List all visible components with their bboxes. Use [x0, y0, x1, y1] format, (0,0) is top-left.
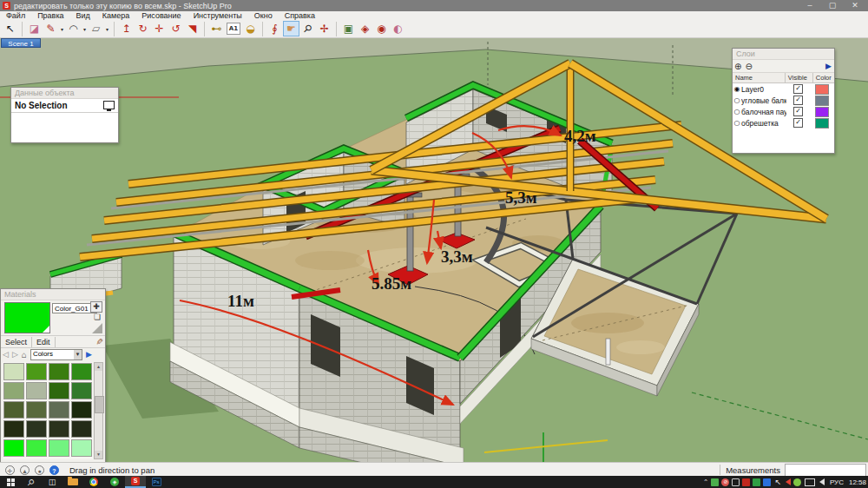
- color-swatch[interactable]: [49, 439, 69, 457]
- move-tool[interactable]: ✛: [151, 21, 168, 36]
- menu-edit[interactable]: Правка: [31, 11, 69, 20]
- menu-draw[interactable]: Рисование: [135, 11, 187, 20]
- export-tool[interactable]: ◐: [390, 21, 406, 36]
- visible-checkbox[interactable]: ✓: [793, 84, 803, 94]
- color-swatch[interactable]: [3, 439, 24, 457]
- geolocation-icon[interactable]: ✛: [5, 465, 15, 475]
- line-tool-dropdown-icon[interactable]: ▾: [59, 26, 65, 32]
- tray-icon-green-app[interactable]: [753, 478, 760, 486]
- clock[interactable]: 12:58: [849, 478, 866, 486]
- sign-in-icon[interactable]: ●: [35, 465, 44, 475]
- file-explorer-button[interactable]: [62, 476, 83, 488]
- back-arrow-icon[interactable]: ◁: [1, 350, 10, 359]
- eyedropper-icon[interactable]: ✎: [94, 338, 103, 345]
- measurements-input[interactable]: [785, 464, 866, 477]
- layers-title[interactable]: Слои: [733, 49, 834, 60]
- follow-me-tool[interactable]: ↺: [168, 21, 184, 36]
- display-icon[interactable]: [805, 478, 815, 486]
- green-app-button[interactable]: ◈: [104, 476, 125, 488]
- select-tool[interactable]: ↖: [2, 21, 18, 36]
- layer-row[interactable]: ○ обрешетка ✓: [733, 117, 834, 129]
- text-tool[interactable]: A1: [227, 23, 240, 35]
- forward-arrow-icon[interactable]: ▷: [10, 350, 20, 359]
- active-layer-radio[interactable]: ○: [733, 119, 741, 127]
- rotate-tool[interactable]: ↻: [135, 21, 151, 36]
- task-view-button[interactable]: ◫: [42, 476, 62, 488]
- entity-info-title[interactable]: Данные объекта: [11, 88, 118, 99]
- sketchup-taskbar-button[interactable]: S: [125, 476, 146, 488]
- add-layer-button[interactable]: ⊕: [733, 62, 743, 71]
- globe-tool[interactable]: ◉: [373, 21, 390, 36]
- muted-speaker-icon[interactable]: [786, 478, 791, 485]
- visible-checkbox[interactable]: ✓: [793, 107, 803, 116]
- hidden-icons-icon[interactable]: ⌃: [703, 478, 709, 486]
- rectangle-tool-dropdown-icon[interactable]: ▾: [104, 26, 110, 32]
- tray-icon-blocked[interactable]: ⊘: [721, 478, 729, 486]
- layer-color-chip[interactable]: [815, 96, 829, 106]
- minimize-button[interactable]: –: [799, 0, 821, 11]
- color-swatch[interactable]: [71, 363, 92, 380]
- photo-tool[interactable]: ▣: [340, 21, 357, 36]
- arc-tool[interactable]: ◠: [65, 21, 82, 36]
- scroll-thumb[interactable]: [95, 396, 104, 413]
- help-icon[interactable]: ?: [49, 465, 59, 475]
- rectangle-tool[interactable]: ▱: [88, 21, 104, 36]
- tab-select[interactable]: Select: [1, 337, 32, 347]
- material-preview[interactable]: [4, 302, 50, 333]
- layer-row[interactable]: ○ балочная паутина ✓: [733, 106, 834, 117]
- layer-row[interactable]: ◉ Layer0 ✓: [733, 83, 834, 95]
- paint-bucket-tool[interactable]: ◒: [242, 21, 259, 36]
- scene-tab[interactable]: Scene 1: [1, 38, 41, 48]
- paint-details-icon[interactable]: ❏: [92, 313, 102, 322]
- color-swatch[interactable]: [26, 382, 47, 399]
- layer-row[interactable]: ○ угловые балки ✓: [733, 95, 834, 106]
- photoshop-button[interactable]: Ps: [146, 476, 167, 488]
- remove-layer-button[interactable]: ⊖: [743, 62, 753, 71]
- line-tool[interactable]: ✎: [43, 21, 59, 36]
- collection-dropdown[interactable]: Colors▼: [30, 349, 82, 360]
- color-swatch[interactable]: [26, 439, 47, 457]
- tab-edit[interactable]: Edit: [32, 337, 56, 347]
- active-layer-radio[interactable]: ◉: [733, 85, 741, 93]
- default-material-swatch[interactable]: [92, 323, 102, 333]
- push-pull-tool[interactable]: ↥: [118, 21, 135, 36]
- details-toggle-icon[interactable]: [103, 101, 115, 109]
- language-indicator[interactable]: РУС: [830, 478, 844, 486]
- menu-view[interactable]: Вид: [70, 11, 96, 20]
- tray-icon-device[interactable]: [732, 478, 740, 486]
- orbit-tool[interactable]: ∮: [266, 21, 283, 36]
- color-swatch[interactable]: [49, 382, 69, 399]
- volume-icon[interactable]: [819, 478, 825, 485]
- scroll-up-icon[interactable]: ▲: [95, 363, 102, 371]
- color-swatch[interactable]: [3, 401, 24, 419]
- color-swatch[interactable]: [71, 382, 92, 399]
- chrome-button[interactable]: [83, 476, 104, 488]
- menu-camera[interactable]: Камера: [96, 11, 135, 20]
- tray-icon-red-app[interactable]: [742, 478, 750, 486]
- tray-icon-green[interactable]: [711, 478, 719, 486]
- visible-checkbox[interactable]: ✓: [793, 96, 803, 105]
- menu-window[interactable]: Окно: [248, 11, 279, 20]
- restore-button[interactable]: ▢: [821, 0, 844, 11]
- color-swatch[interactable]: [3, 382, 24, 399]
- home-icon[interactable]: ⌂: [20, 350, 29, 359]
- column-name[interactable]: Name: [733, 73, 786, 82]
- tray-icon-blue-app[interactable]: [763, 478, 771, 486]
- menu-help[interactable]: Справка: [279, 11, 321, 20]
- scale-tool[interactable]: ◥: [184, 21, 201, 36]
- layers-menu-arrow-icon[interactable]: ▶: [825, 62, 832, 70]
- start-button[interactable]: [0, 476, 21, 488]
- color-swatch[interactable]: [26, 420, 47, 438]
- eraser-tool[interactable]: ◪: [26, 21, 43, 36]
- credits-icon[interactable]: ▲: [20, 465, 30, 475]
- layer-color-chip[interactable]: [815, 84, 829, 95]
- color-swatch[interactable]: [26, 401, 47, 419]
- layer-color-chip[interactable]: [815, 107, 829, 117]
- visible-checkbox[interactable]: ✓: [793, 118, 803, 128]
- tray-icon-sphere[interactable]: [793, 478, 801, 486]
- color-swatch[interactable]: [49, 401, 69, 419]
- search-button[interactable]: ⚲: [21, 476, 42, 488]
- menu-tools[interactable]: Инструменты: [187, 11, 248, 20]
- active-layer-radio[interactable]: ○: [733, 96, 741, 104]
- color-swatch[interactable]: [3, 363, 24, 380]
